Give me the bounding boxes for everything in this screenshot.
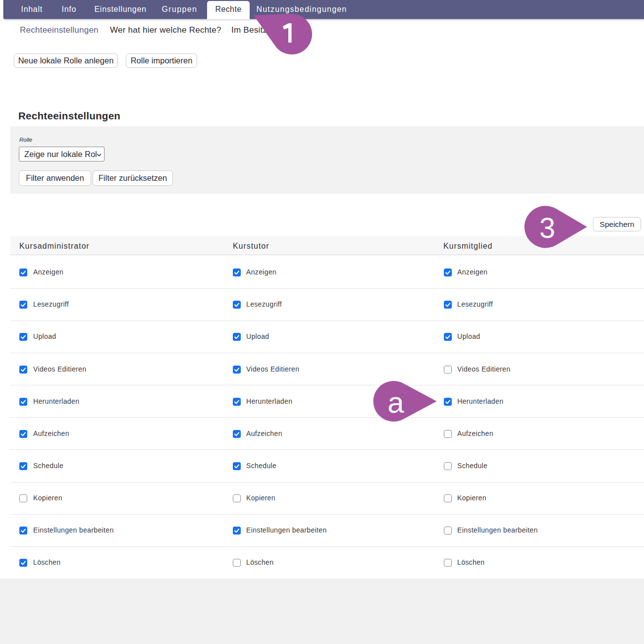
svg-text:3: 3 xyxy=(539,212,555,244)
svg-text:a: a xyxy=(387,386,404,419)
